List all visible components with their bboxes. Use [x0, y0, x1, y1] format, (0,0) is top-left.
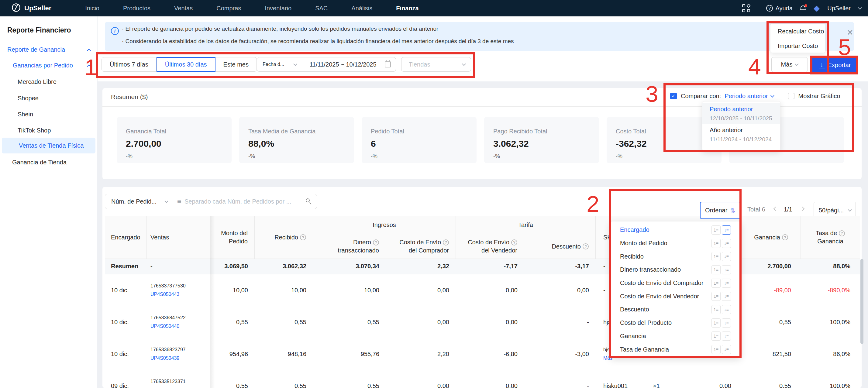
option-ano-anterior[interactable]: Año anterior 11/11/2024 - 10/12/2024 — [702, 124, 780, 145]
sort-item-envio-vendedor[interactable]: Costo de Envío del Vendedor 1≡↓≡ — [610, 290, 741, 303]
col-descuento[interactable]: Descuento? — [524, 234, 596, 259]
table-row[interactable]: 09 dic. 1765335123371 UP4S050437 0,55 0,… — [105, 370, 860, 388]
sort-asc-icon[interactable]: 1≡ — [711, 225, 721, 234]
compare-period-select[interactable]: Periodo anterior — [724, 93, 773, 100]
nav-item-finanza[interactable]: Finanza — [384, 5, 430, 12]
user-chevron-down-icon[interactable] — [858, 6, 862, 10]
sidebar-item-reporte-de-ganancia[interactable]: Reporte de Ganancia — [7, 46, 65, 53]
sort-item-encargado[interactable]: Encargado 1≡↓≡ — [610, 223, 741, 237]
help-icon[interactable]: ? — [583, 244, 589, 250]
sidebar-item-shopee[interactable]: Shopee — [18, 95, 39, 102]
sidebar-item-ventas-tienda-fisica[interactable]: Ventas de Tienda Física — [19, 142, 84, 149]
range-ultimos-7-dias-button[interactable]: Últimos 7 días — [101, 57, 157, 72]
user-avatar[interactable]: ◆ — [814, 5, 819, 12]
menu-item-importar-costo[interactable]: Importar Costo — [770, 39, 825, 53]
sort-asc-icon[interactable]: 1≡ — [711, 292, 721, 301]
calendar-icon[interactable] — [385, 61, 391, 67]
col-envio-vendedor[interactable]: Costo de Envío?del Vendedor — [456, 234, 524, 259]
date-range-input[interactable]: 11/11/2025 ~ 10/12/2025 — [301, 61, 385, 68]
notification-bell-icon[interactable] — [801, 5, 806, 11]
col-monto[interactable]: Monto del Pedido — [210, 216, 255, 259]
nav-item-productos[interactable]: Productos — [111, 5, 162, 12]
col-recibido[interactable]: Recibido? — [255, 216, 313, 259]
date-type-select[interactable]: Fecha d... — [257, 57, 301, 71]
sort-desc-icon[interactable]: ↓≡ — [722, 331, 731, 341]
user-name[interactable]: UpSeller — [827, 5, 851, 12]
sort-asc-icon[interactable]: 1≡ — [711, 265, 721, 274]
brand[interactable]: UpSeller — [11, 2, 51, 14]
col-envio-comprador[interactable]: Costo de Envío?del Comprador — [386, 234, 456, 259]
table-row[interactable]: 10 dic. 1765336823797 UP4S050439 954,96 … — [105, 338, 860, 370]
help-icon[interactable]: ? — [300, 234, 306, 240]
sort-asc-icon[interactable]: 1≡ — [711, 279, 721, 288]
sort-item-costo-producto[interactable]: Costo del Producto 1≡↓≡ — [610, 316, 741, 330]
sort-desc-icon[interactable]: ↓≡ — [722, 292, 731, 301]
sidebar-item-tiktok-shop[interactable]: TikTok Shop — [18, 127, 51, 134]
help-icon[interactable]: ? — [782, 234, 788, 240]
nav-item-ventas[interactable]: Ventas — [162, 5, 205, 12]
order-code-link[interactable]: UP4S050440 — [150, 324, 210, 329]
col-encargado[interactable]: Encargado — [105, 216, 147, 259]
sidebar-item-shein[interactable]: Shein — [18, 111, 33, 118]
help-icon[interactable]: ? — [511, 239, 517, 246]
more-button[interactable]: Más — [771, 57, 808, 72]
order-search-input[interactable]: ≡ Separado cada Núm. de Pedidos por ... — [172, 194, 317, 209]
table-row[interactable]: 10 dic. 1765337377530 UP4S050443 10,00 1… — [105, 274, 860, 306]
sort-desc-icon[interactable]: ↓≡ — [722, 225, 731, 234]
sort-asc-icon[interactable]: 1≡ — [711, 239, 721, 248]
range-ultimos-30-dias-button[interactable]: Últimos 30 días — [157, 57, 215, 72]
collapse-chevron-icon[interactable] — [87, 64, 91, 68]
sort-desc-icon[interactable]: ↓≡ — [722, 318, 731, 327]
nav-item-inicio[interactable]: Inicio — [73, 5, 111, 12]
sort-desc-icon[interactable]: ↓≡ — [722, 305, 731, 314]
sort-desc-icon[interactable]: ↓≡ — [722, 265, 731, 274]
sort-asc-icon[interactable]: 1≡ — [711, 345, 721, 354]
sort-item-monto[interactable]: Monto del Pedido 1≡↓≡ — [610, 237, 741, 250]
sort-desc-icon[interactable]: ↓≡ — [722, 345, 731, 354]
sort-item-ganancia[interactable]: Ganancia 1≡↓≡ — [610, 330, 741, 343]
nav-item-analisis[interactable]: Análisis — [339, 5, 384, 12]
sort-item-dinero[interactable]: Dinero transaccionado 1≡↓≡ — [610, 263, 741, 277]
sort-asc-icon[interactable]: 1≡ — [711, 252, 721, 261]
nav-item-compras[interactable]: Compras — [205, 5, 253, 12]
apps-grid-icon[interactable] — [742, 4, 750, 12]
vertical-scrollbar[interactable] — [860, 259, 863, 344]
sort-asc-icon[interactable]: 1≡ — [711, 331, 721, 341]
export-button[interactable]: ↓ Exportar — [812, 57, 858, 74]
prev-page-button[interactable] — [774, 206, 777, 212]
nav-item-inventario[interactable]: Inventario — [253, 5, 303, 12]
help-button[interactable]: ? Ayuda — [766, 5, 792, 12]
col-ventas[interactable]: Ventas — [147, 216, 210, 259]
help-icon[interactable]: ? — [839, 230, 845, 236]
stores-select[interactable]: Tiendas — [401, 57, 471, 72]
search-type-select[interactable]: Núm. de Pedid... — [105, 194, 172, 209]
sort-item-tasa[interactable]: Tasa de Ganancia 1≡↓≡ — [610, 343, 741, 356]
menu-item-recalcular-costo[interactable]: Recalcular Costo — [770, 24, 825, 39]
nav-item-sac[interactable]: SAC — [303, 5, 339, 12]
col-dinero-transaccionado[interactable]: Dinero?transaccionado — [313, 234, 386, 259]
col-tasa-ganancia[interactable]: Tasa de?Ganancia — [801, 216, 860, 259]
collapse-chevron-icon[interactable] — [87, 48, 91, 53]
show-chart-checkbox[interactable] — [788, 93, 795, 99]
col-ganancia[interactable]: Ganancia? — [742, 216, 801, 259]
help-icon[interactable]: ? — [443, 239, 449, 246]
table-row[interactable]: 10 dic. 1765336847522 UP4S050440 0,55 0,… — [105, 306, 860, 338]
sort-desc-icon[interactable]: ↓≡ — [722, 239, 731, 248]
sort-desc-icon[interactable]: ↓≡ — [722, 279, 731, 288]
sidebar-item-ganancias-por-pedido[interactable]: Ganancias por Pedido — [13, 62, 73, 69]
range-este-mes-button[interactable]: Este mes — [215, 57, 257, 72]
option-periodo-anterior[interactable]: Periodo anterior 12/10/2025 - 10/11/2025 — [702, 103, 780, 124]
search-icon[interactable] — [306, 198, 312, 204]
sidebar-item-mercado-libre[interactable]: Mercado Libre — [18, 78, 57, 85]
order-code-link[interactable]: UP4S050439 — [150, 355, 210, 361]
help-icon[interactable]: ? — [373, 239, 379, 246]
sort-button[interactable]: Ordenar ⇅ — [700, 202, 741, 219]
close-icon[interactable]: ✕ — [847, 28, 854, 37]
sort-desc-icon[interactable]: ↓≡ — [722, 252, 731, 261]
sort-item-recibido[interactable]: Recibido 1≡↓≡ — [610, 250, 741, 263]
order-code-link[interactable]: UP4S050443 — [150, 292, 210, 297]
sidebar-item-ganancia-de-tienda[interactable]: Ganancia de Tienda — [12, 159, 67, 166]
sort-asc-icon[interactable]: 1≡ — [711, 305, 721, 314]
next-page-button[interactable] — [801, 206, 804, 212]
compare-checkbox[interactable]: ✓ — [670, 93, 677, 99]
